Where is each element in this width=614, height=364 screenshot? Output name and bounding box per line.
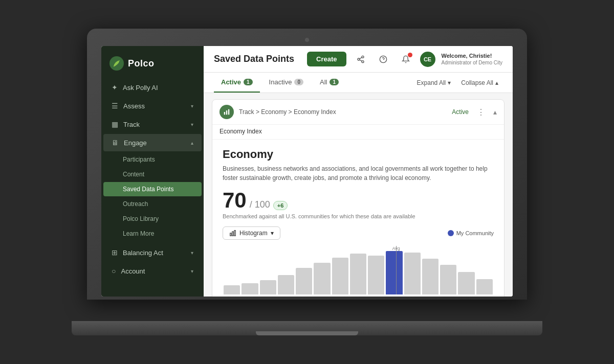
histogram-bar-11 [422, 259, 438, 294]
chevron-down-icon: ▾ [191, 250, 193, 256]
sidebar-item-ask-polly-ai[interactable]: ✦ Ask Polly AI [103, 79, 202, 96]
welcome-text: Welcome, Christie! [442, 52, 502, 59]
tabs-bar: Active 1 Inactive 0 All 1 Expand All ▾ [204, 73, 513, 93]
account-icon: ○ [112, 267, 116, 275]
sidebar-logo: Polco [101, 52, 204, 79]
svg-point-3 [362, 60, 364, 62]
sidebar-item-label: Balancing Act [123, 249, 163, 257]
histogram-bar-13 [458, 272, 474, 294]
avg-line [396, 246, 397, 294]
tab-inactive-badge: 0 [294, 79, 303, 85]
histogram-bar-6 [332, 258, 348, 294]
sidebar-item-label: Ask Polly AI [123, 84, 158, 92]
svg-rect-11 [230, 233, 231, 236]
chevron-down-icon: ▾ [191, 268, 193, 274]
main-content: Saved Data Points Create [204, 46, 513, 297]
tab-all-label: All [320, 78, 327, 86]
topbar: Saved Data Points Create [204, 46, 513, 73]
create-button[interactable]: Create [307, 52, 346, 66]
legend-label: My Community [456, 230, 494, 236]
subnav-label: Saved Data Points [123, 186, 173, 193]
card-subtitle: Economy Index [212, 125, 504, 140]
page-title: Saved Data Points [214, 54, 301, 64]
track-icon: ▦ [112, 120, 118, 128]
subnav-label: Content [123, 171, 144, 178]
tab-inactive[interactable]: Inactive 0 [262, 73, 311, 93]
histogram-bar-5 [314, 263, 330, 294]
tab-all[interactable]: All 1 [313, 73, 346, 93]
histogram-bar-10 [404, 253, 421, 294]
sidebar-item-label: Assess [123, 102, 145, 110]
card-collapse-button[interactable]: ▴ [493, 108, 497, 116]
histogram-bar-2 [260, 280, 276, 294]
sidebar-item-balancing-act[interactable]: ⊞ Balancing Act ▾ [103, 244, 202, 261]
card-icon [220, 105, 234, 119]
subnav-label: Outreach [123, 200, 148, 208]
card-header: Track > Economy > Economy Index Active ⋮… [212, 100, 504, 125]
histogram-chart: 0 100 Avg [223, 246, 494, 297]
help-button[interactable] [375, 51, 391, 67]
economy-body: Economy Businesses, business networks an… [212, 140, 504, 297]
data-point-card: Track > Economy > Economy Index Active ⋮… [212, 99, 505, 297]
svg-rect-8 [224, 112, 225, 115]
subnav-outreach[interactable]: Outreach [103, 197, 202, 211]
subnav-content[interactable]: Content [103, 167, 202, 181]
expand-all-label: Expand All [417, 79, 446, 86]
chevron-down-icon: ▾ [191, 122, 193, 127]
tab-active-label: Active [221, 78, 241, 86]
subnav-label: Polco Library [123, 215, 159, 222]
chevron-down-icon: ▾ [191, 103, 193, 109]
subnav-polco-library[interactable]: Polco Library [103, 212, 202, 226]
card-more-button[interactable]: ⋮ [474, 106, 488, 118]
sidebar: Polco ✦ Ask Polly AI ☰ Assess ▾ ▦ Track [101, 46, 204, 297]
sidebar-item-label: Engage [124, 139, 147, 147]
expand-all-button[interactable]: Expand All ▾ [413, 77, 455, 88]
score-row: 70 / 100 +6 [223, 190, 494, 211]
economy-title: Economy [223, 148, 494, 161]
subnav-learn-more[interactable]: Learn More [103, 226, 202, 241]
svg-rect-10 [228, 109, 229, 115]
subnav-participants[interactable]: Participants [103, 152, 202, 167]
chevron-up-icon: ▴ [495, 79, 498, 86]
histogram-bar-12 [440, 265, 456, 294]
sidebar-item-track[interactable]: ▦ Track ▾ [103, 116, 202, 133]
svg-rect-9 [226, 110, 227, 115]
svg-rect-12 [232, 232, 233, 236]
histogram-bar-4 [296, 268, 312, 294]
tab-inactive-label: Inactive [269, 78, 292, 86]
screen: Polco ✦ Ask Polly AI ☰ Assess ▾ ▦ Track [101, 46, 513, 297]
breadcrumb: Track > Economy > Economy Index [239, 108, 447, 116]
histogram-bar-14 [476, 279, 493, 294]
share-button[interactable] [353, 51, 369, 67]
tab-active[interactable]: Active 1 [214, 73, 260, 93]
sidebar-item-assess[interactable]: ☰ Assess ▾ [103, 97, 202, 115]
legend-dot [448, 230, 454, 236]
user-role: Administrator of Demo City [442, 59, 502, 66]
polco-wordmark: Polco [128, 58, 155, 69]
sidebar-item-label: Track [123, 121, 140, 128]
sidebar-item-label: Account [121, 267, 145, 275]
svg-rect-13 [234, 231, 235, 236]
notification-bell-wrapper [398, 51, 414, 67]
polco-icon [109, 56, 124, 71]
avatar[interactable]: CE [420, 52, 435, 67]
subnav-saved-data-points[interactable]: Saved Data Points [103, 182, 202, 196]
histogram-button[interactable]: Histogram ▾ [223, 226, 280, 240]
subnav-label: Participants [123, 156, 155, 163]
sidebar-item-account[interactable]: ○ Account ▾ [103, 262, 202, 280]
collapse-all-button[interactable]: Collapse All ▴ [457, 77, 502, 88]
user-info: Welcome, Christie! Administrator of Demo… [442, 52, 502, 66]
histogram-bar-1 [242, 283, 258, 294]
score-denom: / 100 [250, 199, 270, 210]
camera [305, 38, 309, 42]
histogram-bars [223, 246, 494, 294]
svg-line-4 [359, 60, 362, 61]
sidebar-item-engage[interactable]: 🖥 Engage ▴ [103, 134, 202, 151]
histogram-bar-0 [224, 285, 240, 294]
benchmark-text: Benchmarked against all U.S. communities… [223, 213, 494, 219]
laptop-base [72, 321, 542, 335]
engage-icon: 🖥 [112, 139, 119, 147]
chevron-down-icon: ▾ [448, 79, 451, 86]
tab-active-badge: 1 [244, 79, 253, 85]
chart-controls: Histogram ▾ My Community [223, 226, 494, 240]
